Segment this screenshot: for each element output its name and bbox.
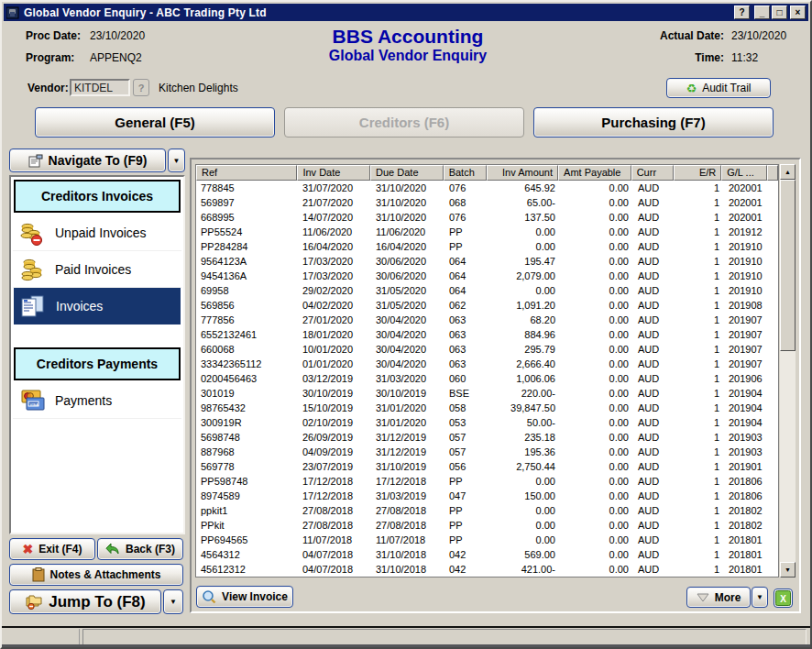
- table-cell: 11/07/2018: [371, 533, 444, 547]
- table-cell: 1: [676, 357, 724, 371]
- title-bar: Global Vendor Enquiry - ABC Trading Pty …: [4, 4, 808, 21]
- more-button[interactable]: More: [686, 587, 751, 608]
- table-cell: 056: [444, 459, 488, 474]
- vendor-lookup-button[interactable]: ?: [133, 79, 149, 96]
- export-excel-button[interactable]: X: [774, 588, 793, 608]
- table-row[interactable]: 456431204/07/201831/10/2018042569.000.00…: [196, 547, 778, 562]
- table-cell: 0.00: [560, 283, 633, 298]
- table-cell: 1: [676, 386, 724, 401]
- table-row[interactable]: PP5552411/06/202011/06/2020PP0.000.00AUD…: [196, 225, 778, 239]
- column-header[interactable]: Amt Payable: [558, 165, 631, 181]
- table-cell: 0.00: [488, 225, 560, 239]
- scrollbar-thumb[interactable]: [780, 180, 796, 351]
- vertical-scrollbar[interactable]: ▲ ▼: [780, 164, 796, 578]
- notes-attachments-button[interactable]: Notes & Attachments: [9, 564, 183, 586]
- table-row[interactable]: 569874826/09/201931/12/2019057235.180.00…: [196, 430, 778, 445]
- column-header[interactable]: Curr: [631, 165, 675, 181]
- table-cell: 778845: [196, 181, 298, 195]
- table-cell: AUD: [633, 401, 676, 415]
- table-cell: 02/10/2019: [298, 415, 371, 430]
- table-row[interactable]: 655213246118/01/202030/04/2020063884.960…: [196, 327, 778, 342]
- vendor-code-input[interactable]: [70, 79, 130, 96]
- table-cell: 0.00: [560, 415, 633, 430]
- table-cell: AUD: [633, 327, 676, 342]
- column-header[interactable]: Batch: [444, 165, 488, 181]
- table-row[interactable]: 9876543215/10/201931/01/202005839,847.50…: [196, 401, 778, 415]
- table-row[interactable]: 897458917/12/201831/03/2019047150.000.00…: [196, 489, 778, 503]
- table-row[interactable]: 3334236511201/01/202030/04/20200632,666.…: [196, 357, 778, 371]
- table-row[interactable]: 45621228/06/201828/06/2018041500.100.00A…: [196, 577, 778, 578]
- table-row[interactable]: 77884531/07/202031/10/2020076645.920.00A…: [196, 181, 778, 195]
- table-row[interactable]: ppkit127/08/201827/08/2018PP0.000.00AUD1…: [196, 503, 778, 518]
- column-header[interactable]: G/L ...: [721, 165, 767, 181]
- more-dropdown[interactable]: ▼: [752, 587, 768, 608]
- svg-text:VISA: VISA: [30, 402, 38, 406]
- table-row[interactable]: 66899514/07/202031/10/2020076137.500.00A…: [196, 210, 778, 225]
- column-header[interactable]: Inv Date: [297, 165, 370, 181]
- table-cell: 29/02/2020: [298, 283, 371, 298]
- table-row[interactable]: 4561231204/07/201831/10/2018042421.00-0.…: [196, 562, 778, 577]
- table-cell: 1: [676, 474, 724, 489]
- table-row[interactable]: PP28428416/04/202016/04/2020PP0.000.00AU…: [196, 239, 778, 254]
- actual-date-value: 23/10/2020: [731, 29, 796, 42]
- column-header[interactable]: Ref: [196, 165, 297, 181]
- navigate-to-button[interactable]: Navigate To (F9): [9, 148, 166, 172]
- table-cell: PP: [444, 518, 488, 533]
- table-cell: 0.00: [560, 459, 633, 474]
- sidebar-item-payments[interactable]: VISA Payments: [13, 382, 181, 419]
- table-cell: 0.00: [488, 503, 560, 518]
- close-button[interactable]: ×: [790, 6, 806, 19]
- invoice-grid-panel: RefInv DateDue DateBatchInv AmountAmt Pa…: [190, 158, 801, 613]
- column-header[interactable]: Due Date: [370, 165, 444, 181]
- table-row[interactable]: 9454136A17/03/202030/06/20200642,079.000…: [196, 269, 778, 283]
- table-row[interactable]: 56977823/07/201931/10/20190562,750.440.0…: [196, 459, 778, 474]
- table-row[interactable]: 300919R02/10/201931/01/202005350.00-0.00…: [196, 415, 778, 430]
- help-button[interactable]: ?: [734, 6, 750, 19]
- table-cell: 201801: [724, 562, 770, 577]
- table-row[interactable]: 56985604/02/202031/05/20200621,091.200.0…: [196, 298, 778, 313]
- table-cell: 17/03/2020: [298, 254, 371, 269]
- back-button[interactable]: Back (F3): [97, 538, 183, 560]
- tab-general[interactable]: General (F5): [35, 107, 275, 138]
- table-cell: 31/01/2020: [371, 401, 444, 415]
- down-triangle-icon: [697, 593, 709, 602]
- sidebar-item-paid-invoices[interactable]: Paid Invoices: [13, 251, 181, 288]
- jump-to-button[interactable]: Jump To (F8): [9, 589, 161, 614]
- table-row[interactable]: 6995829/02/202031/05/20200640.000.00AUD1…: [196, 283, 778, 298]
- app-icon: [6, 6, 20, 19]
- table-row[interactable]: 020045646303/12/201931/03/20200601,006.0…: [196, 371, 778, 386]
- table-cell: 201904: [724, 401, 770, 415]
- minimize-button[interactable]: _: [754, 6, 770, 19]
- table-row[interactable]: PP59874817/12/201817/12/2018PP0.000.00AU…: [196, 474, 778, 489]
- table-cell: PP694565: [196, 533, 298, 547]
- table-cell: 15/10/2019: [298, 401, 371, 415]
- maximize-button[interactable]: □: [772, 6, 787, 19]
- table-row[interactable]: 30101930/10/201930/10/2019BSE220.00-0.00…: [196, 386, 778, 401]
- table-cell: 14/07/2020: [298, 210, 371, 225]
- table-row[interactable]: 88796804/09/201931/12/2019057195.360.00A…: [196, 445, 778, 459]
- column-header[interactable]: E/R: [674, 165, 721, 181]
- table-row[interactable]: 9564123A17/03/202030/06/2020064195.470.0…: [196, 254, 778, 269]
- table-row[interactable]: PPkit27/08/201827/08/2018PP0.000.00AUD12…: [196, 518, 778, 533]
- audit-trail-button[interactable]: ♻ Audit Trail: [666, 78, 771, 98]
- scroll-down-icon[interactable]: ▼: [780, 562, 796, 578]
- view-invoice-button[interactable]: View Invoice: [196, 586, 293, 608]
- scroll-up-icon[interactable]: ▲: [780, 164, 796, 180]
- table-cell: AUD: [633, 474, 676, 489]
- column-header[interactable]: Inv Amount: [487, 165, 558, 181]
- jump-to-dropdown[interactable]: ▼: [163, 589, 183, 614]
- table-cell: 777856: [196, 313, 298, 327]
- table-row[interactable]: 77785627/01/202030/04/202006368.200.00AU…: [196, 313, 778, 327]
- table-row[interactable]: 56989721/07/202031/10/202006865.00-0.00A…: [196, 195, 778, 210]
- table-cell: 31/10/2018: [371, 547, 444, 562]
- sidebar-item-unpaid-invoices[interactable]: Unpaid Invoices: [13, 214, 181, 251]
- sidebar-item-invoices[interactable]: Invoices: [14, 288, 181, 324]
- table-cell: 0.00: [560, 342, 633, 357]
- table-row[interactable]: 66006810/01/202030/04/2020063295.790.00A…: [196, 342, 778, 357]
- section-creditors-payments: Creditors Payments: [14, 347, 181, 380]
- navigate-to-dropdown[interactable]: ▼: [168, 148, 185, 172]
- tab-purchasing[interactable]: Purchasing (F7): [533, 107, 774, 138]
- table-cell: 1: [676, 459, 724, 474]
- table-row[interactable]: PP69456511/07/201811/07/2018PP0.000.00AU…: [196, 533, 778, 547]
- exit-button[interactable]: ✖ Exit (F4): [9, 538, 95, 560]
